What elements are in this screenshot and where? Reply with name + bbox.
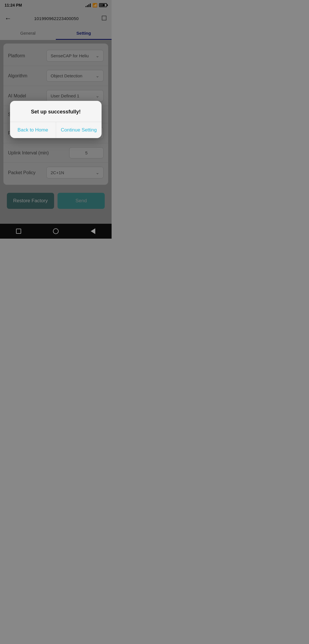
dialog-title: Set up successfully!	[10, 101, 102, 122]
continue-setting-button[interactable]: Continue Setting	[56, 122, 102, 138]
dialog-buttons: Back to Home Continue Setting	[10, 122, 102, 138]
back-to-home-button[interactable]: Back to Home	[10, 122, 56, 138]
success-dialog: Set up successfully! Back to Home Contin…	[10, 101, 102, 138]
overlay: Set up successfully! Back to Home Contin…	[0, 0, 112, 239]
